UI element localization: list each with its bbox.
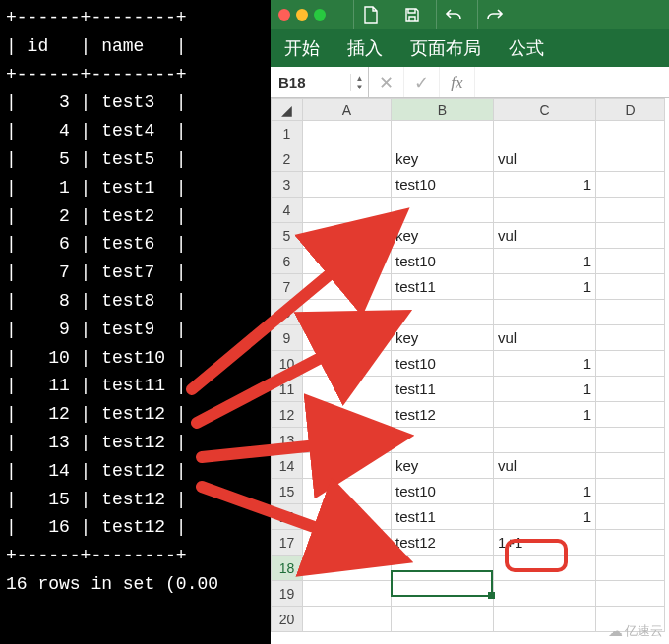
row-header[interactable]: 19 [272,581,303,607]
row-header[interactable]: 5 [272,223,303,249]
select-all-corner[interactable]: ◢ [272,99,303,121]
cell[interactable]: key [392,453,494,479]
cell[interactable]: 1 [494,172,596,198]
cell[interactable] [303,453,392,479]
row-header[interactable]: 15 [272,479,303,504]
cell[interactable] [303,198,392,223]
cell[interactable]: 1+1 [494,530,596,556]
cell[interactable] [303,479,392,504]
redo-icon[interactable] [477,0,511,29]
window-zoom-button[interactable] [314,9,326,21]
cell[interactable] [494,607,596,632]
cell[interactable] [303,530,392,556]
row-header[interactable]: 10 [272,351,303,377]
cell[interactable] [392,121,494,146]
cell[interactable] [303,249,392,274]
tab-page-layout[interactable]: 页面布局 [396,29,495,67]
cell[interactable]: 1 [494,402,596,428]
cell[interactable]: 1 [494,377,596,402]
formula-cancel-button[interactable]: ✕ [369,67,404,97]
window-close-button[interactable] [278,9,290,21]
cell[interactable] [303,607,392,632]
name-box-dropdown[interactable]: ▲ ▼ [350,74,368,91]
column-header-b[interactable]: B [392,99,494,121]
formula-enter-button[interactable]: ✓ [404,67,440,97]
cell[interactable] [596,453,665,479]
cell[interactable] [596,300,665,325]
row-header[interactable]: 6 [272,249,303,274]
cell[interactable]: vul [494,453,596,479]
fx-button[interactable]: fx [440,67,475,97]
cell[interactable] [596,351,665,377]
cell[interactable] [596,402,665,428]
cell[interactable]: test10 [392,172,494,198]
cell[interactable] [494,428,596,453]
row-header[interactable]: 17 [272,530,303,556]
cell[interactable]: test12 [392,530,494,556]
tab-formula[interactable]: 公式 [495,29,558,67]
cell[interactable] [596,377,665,402]
row-header[interactable]: 7 [272,274,303,300]
row-header[interactable]: 8 [272,300,303,325]
row-header[interactable]: 20 [272,607,303,632]
formula-input[interactable] [475,67,669,97]
cell[interactable] [596,556,665,581]
cell[interactable] [303,581,392,607]
cell[interactable]: vul [494,146,596,172]
cell[interactable]: test11 [392,274,494,300]
cell[interactable] [596,530,665,556]
cell[interactable] [596,581,665,607]
cell[interactable] [303,274,392,300]
cell[interactable] [392,607,494,632]
cell[interactable] [303,556,392,581]
cell[interactable] [596,249,665,274]
cell[interactable] [596,479,665,504]
cell[interactable] [596,223,665,249]
cell[interactable]: 1 [494,274,596,300]
row-header[interactable]: 2 [272,146,303,172]
cell[interactable]: key [392,223,494,249]
cell[interactable]: test11 [392,377,494,402]
cell[interactable] [596,274,665,300]
cell[interactable]: 1 [494,504,596,530]
cell[interactable] [303,223,392,249]
tab-home[interactable]: 开始 [271,29,334,67]
row-header[interactable]: 4 [272,198,303,223]
cell[interactable]: 1 [494,351,596,377]
cell[interactable] [494,300,596,325]
cell[interactable] [596,504,665,530]
row-header[interactable]: 12 [272,402,303,428]
cell[interactable] [596,146,665,172]
row-header[interactable]: 16 [272,504,303,530]
cell[interactable] [303,428,392,453]
save-icon[interactable] [395,0,428,29]
cell[interactable]: vul [494,325,596,351]
cell[interactable] [392,556,494,581]
cell[interactable] [303,146,392,172]
cell[interactable] [596,428,665,453]
cell[interactable] [303,504,392,530]
cell[interactable]: 1 [494,249,596,274]
cell[interactable] [392,581,494,607]
spreadsheet-grid[interactable]: ◢ A B C D 1 2keyvul 3test101 4 5keyvul 6… [271,98,665,632]
new-file-icon[interactable] [353,0,387,29]
undo-icon[interactable] [436,0,469,29]
row-header[interactable]: 9 [272,325,303,351]
cell[interactable]: key [392,325,494,351]
cell[interactable] [303,121,392,146]
cell[interactable] [494,198,596,223]
name-box[interactable]: B18 ▲ ▼ [271,67,369,97]
cell[interactable] [494,121,596,146]
row-header[interactable]: 14 [272,453,303,479]
column-header-a[interactable]: A [303,99,392,121]
cell[interactable] [303,377,392,402]
cell[interactable]: test10 [392,479,494,504]
row-header[interactable]: 3 [272,172,303,198]
cell[interactable] [596,325,665,351]
cell[interactable]: test11 [392,504,494,530]
cell[interactable] [392,428,494,453]
cell[interactable]: key [392,146,494,172]
cell[interactable] [596,172,665,198]
row-header[interactable]: 11 [272,377,303,402]
column-header-d[interactable]: D [596,99,665,121]
